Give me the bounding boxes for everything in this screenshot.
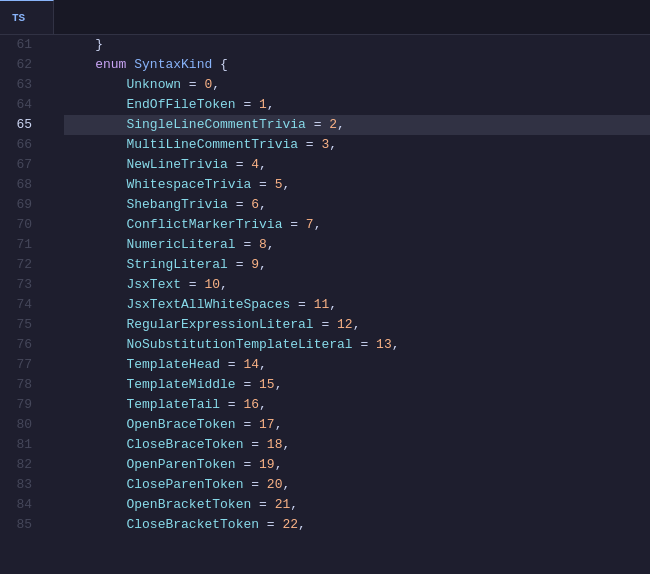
op: =: [282, 215, 305, 235]
num: 14: [243, 355, 259, 375]
num: 20: [267, 475, 283, 495]
line-number: 81: [8, 435, 44, 455]
num: 13: [376, 335, 392, 355]
op: ,: [267, 95, 275, 115]
op: ,: [282, 475, 290, 495]
ts-icon: TS: [12, 12, 25, 24]
code-text: [64, 375, 126, 395]
num: 9: [251, 255, 259, 275]
line-number: 63: [8, 75, 44, 95]
op: =: [290, 295, 313, 315]
line-number: 69: [8, 195, 44, 215]
code-text: [64, 115, 126, 135]
line-number: 66: [8, 135, 44, 155]
code-area[interactable]: } enum SyntaxKind { Unknown = 0, EndOfFi…: [60, 35, 650, 574]
num: 17: [259, 415, 275, 435]
line-number: 79: [8, 395, 44, 415]
member: ConflictMarkerTrivia: [126, 215, 282, 235]
num: 1: [259, 95, 267, 115]
code-text: [64, 215, 126, 235]
op: ,: [259, 155, 267, 175]
code-text: [64, 455, 126, 475]
op: ,: [353, 315, 361, 335]
member: EndOfFileToken: [126, 95, 235, 115]
code-text: [64, 335, 126, 355]
code-text: [64, 155, 126, 175]
op: ,: [314, 215, 322, 235]
op: ,: [329, 295, 337, 315]
member: RegularExpressionLiteral: [126, 315, 313, 335]
op: =: [251, 495, 274, 515]
code-line: ShebangTrivia = 6,: [64, 195, 650, 215]
code-text: [64, 495, 126, 515]
code-text: [64, 295, 126, 315]
op: =: [251, 175, 274, 195]
op: =: [236, 415, 259, 435]
code-line: enum SyntaxKind {: [64, 55, 650, 75]
op: =: [236, 375, 259, 395]
code-text: [64, 135, 126, 155]
code-line: SingleLineCommentTrivia = 2,: [64, 115, 650, 135]
line-number: 72: [8, 255, 44, 275]
code-line: CloseParenToken = 20,: [64, 475, 650, 495]
code-line: TemplateTail = 16,: [64, 395, 650, 415]
op: =: [236, 235, 259, 255]
op: ,: [337, 115, 345, 135]
line-number: 85: [8, 515, 44, 535]
op: ,: [275, 415, 283, 435]
line-num-col: 6162636465666768697071727374757677787980…: [8, 35, 44, 535]
op: ,: [392, 335, 400, 355]
op: ,: [275, 375, 283, 395]
code-text: [64, 95, 126, 115]
op: ,: [259, 355, 267, 375]
member: CloseBracketToken: [126, 515, 259, 535]
member: NewLineTrivia: [126, 155, 227, 175]
tab-typescript[interactable]: TS: [0, 0, 54, 34]
member: StringLiteral: [126, 255, 227, 275]
kw: enum: [95, 55, 126, 75]
code-line: Unknown = 0,: [64, 75, 650, 95]
op: =: [236, 95, 259, 115]
code-line: TemplateHead = 14,: [64, 355, 650, 375]
line-number: 64: [8, 95, 44, 115]
line-number: 73: [8, 275, 44, 295]
member: SingleLineCommentTrivia: [126, 115, 305, 135]
code-text: [64, 235, 126, 255]
code-line: NewLineTrivia = 4,: [64, 155, 650, 175]
op: =: [181, 275, 204, 295]
code-line: WhitespaceTrivia = 5,: [64, 175, 650, 195]
num: 2: [329, 115, 337, 135]
member: CloseBraceToken: [126, 435, 243, 455]
num: 3: [321, 135, 329, 155]
member: OpenBraceToken: [126, 415, 235, 435]
op: =: [236, 455, 259, 475]
member: ShebangTrivia: [126, 195, 227, 215]
num: 0: [204, 75, 212, 95]
op: ,: [298, 515, 306, 535]
code-text: [64, 195, 126, 215]
code-line: ConflictMarkerTrivia = 7,: [64, 215, 650, 235]
code-line: EndOfFileToken = 1,: [64, 95, 650, 115]
num: 8: [259, 235, 267, 255]
num: 19: [259, 455, 275, 475]
tab-bar: TS: [0, 0, 650, 35]
code-line: CloseBracketToken = 22,: [64, 515, 650, 535]
num: 16: [243, 395, 259, 415]
num: 21: [275, 495, 291, 515]
code-text: [64, 75, 126, 95]
type-name: SyntaxKind: [134, 55, 212, 75]
op: ,: [259, 255, 267, 275]
code-line: NoSubstitutionTemplateLiteral = 13,: [64, 335, 650, 355]
line-number: 75: [8, 315, 44, 335]
num: 12: [337, 315, 353, 335]
code-text: [64, 55, 95, 75]
member: JsxText: [126, 275, 181, 295]
code-text: [64, 415, 126, 435]
op: =: [306, 115, 329, 135]
member: TemplateMiddle: [126, 375, 235, 395]
line-numbers-column: 6162636465666768697071727374757677787980…: [0, 35, 60, 574]
line-number: 78: [8, 375, 44, 395]
line-number: 74: [8, 295, 44, 315]
line-number: 68: [8, 175, 44, 195]
op: ,: [259, 195, 267, 215]
